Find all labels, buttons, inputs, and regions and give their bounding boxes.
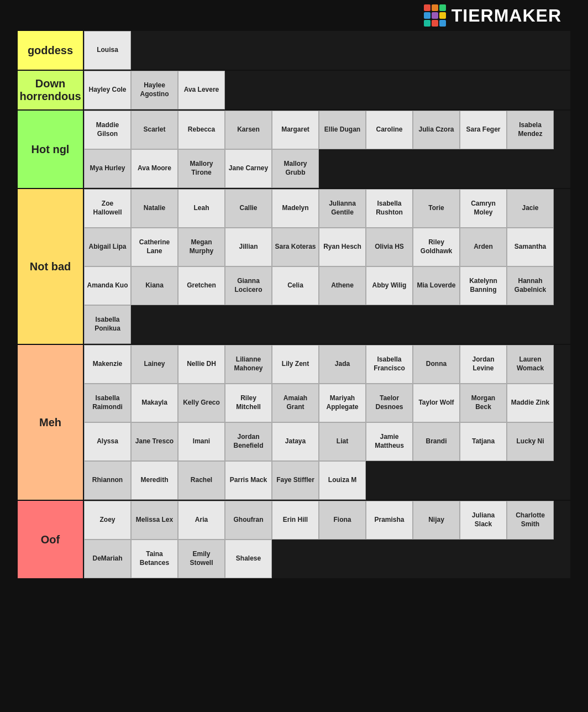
tier-cell[interactable]: Jacie (507, 189, 554, 228)
tier-cell[interactable]: Lily Zent (272, 345, 319, 384)
tier-cell[interactable]: Zoe Hallowell (84, 189, 131, 228)
tier-cell[interactable]: Zoey (84, 501, 131, 540)
tier-cell[interactable]: Isabela Mendez (507, 111, 554, 149)
tier-cell[interactable]: Erin Hill (272, 501, 319, 540)
tier-cell[interactable]: Julia Czora (413, 111, 460, 149)
tier-cell[interactable]: Isabella Francisco (366, 345, 413, 384)
tier-cell[interactable]: Jane Carney (225, 149, 272, 188)
tier-cell[interactable]: Callie (225, 189, 272, 228)
tier-cell[interactable]: Aria (178, 501, 225, 540)
tier-cell[interactable]: Pramisha (366, 501, 413, 540)
tier-cell[interactable]: Nellie DH (178, 345, 225, 384)
tier-cell[interactable]: Mallory Grubb (272, 149, 319, 188)
tier-cell[interactable]: Ryan Hesch (319, 228, 366, 266)
tier-cell[interactable]: Hayley Cole (84, 71, 131, 109)
tier-cell[interactable]: Emily Stowell (178, 540, 225, 578)
tier-cell[interactable]: Ava Moore (131, 149, 178, 188)
tier-cell[interactable]: Mya Hurley (84, 149, 131, 188)
tier-cell[interactable]: Leah (178, 189, 225, 228)
tier-cell[interactable]: Melissa Lex (131, 501, 178, 540)
tier-cell[interactable]: Isabella Ponikua (84, 305, 131, 344)
tier-cell[interactable]: Lilianne Mahoney (225, 345, 272, 384)
tier-cell[interactable]: Jillian (225, 228, 272, 266)
tier-cell[interactable]: Celia (272, 266, 319, 305)
tier-cell[interactable]: Rebecca (178, 111, 225, 149)
tier-cell[interactable]: Abigail Lipa (84, 228, 131, 266)
tier-cell[interactable]: Liat (319, 422, 366, 461)
tier-cell[interactable]: Makenzie (84, 345, 131, 384)
tier-cell[interactable]: Lucky Ni (507, 422, 554, 461)
tier-cell[interactable]: Jataya (272, 422, 319, 461)
tier-cell[interactable]: DeMariah (84, 540, 131, 578)
tier-cell[interactable]: Charlotte Smith (507, 501, 554, 540)
tier-cell[interactable]: Taylor Wolf (413, 384, 460, 422)
tier-cell[interactable]: Scarlet (131, 111, 178, 149)
tier-cell[interactable]: Karsen (225, 111, 272, 149)
tier-cell[interactable]: Faye Stiffler (272, 461, 319, 500)
tier-cell[interactable]: Ellie Dugan (319, 111, 366, 149)
tier-cell[interactable]: Parris Mack (225, 461, 272, 500)
tier-cell[interactable]: Kiana (131, 266, 178, 305)
tier-cell[interactable]: Lainey (131, 345, 178, 384)
tier-cell[interactable]: Camryn Moley (460, 189, 507, 228)
tier-cell[interactable]: Mia Loverde (413, 266, 460, 305)
tier-cell[interactable]: Isabella Raimondi (84, 384, 131, 422)
tier-cell[interactable]: Gretchen (178, 266, 225, 305)
tier-cell[interactable]: Kelly Greco (178, 384, 225, 422)
tier-cell[interactable]: Olivia HS (366, 228, 413, 266)
tier-cell[interactable]: Jordan Levine (460, 345, 507, 384)
tier-cell[interactable]: Sara Feger (460, 111, 507, 149)
tier-cell[interactable]: Makayla (131, 384, 178, 422)
tier-cell[interactable]: Samantha (507, 228, 554, 266)
tier-cell[interactable]: Tatjana (460, 422, 507, 461)
tier-cell[interactable]: Julianna Gentile (319, 189, 366, 228)
tier-cell[interactable]: Katelynn Banning (460, 266, 507, 305)
tier-cell[interactable]: Caroline (366, 111, 413, 149)
tier-cell[interactable]: Amanda Kuo (84, 266, 131, 305)
tier-cell[interactable]: Madelyn (272, 189, 319, 228)
tier-cell[interactable]: Meredith (131, 461, 178, 500)
tier-cell[interactable]: Alyssa (84, 422, 131, 461)
tier-cell[interactable]: Lauren Womack (507, 345, 554, 384)
tier-cell[interactable]: Arden (460, 228, 507, 266)
tier-cell[interactable]: Ghoufran (225, 501, 272, 540)
tier-cell[interactable]: Athene (319, 266, 366, 305)
tier-cell[interactable]: Maddie Zink (507, 384, 554, 422)
tier-cell[interactable]: Amaiah Grant (272, 384, 319, 422)
tier-cell[interactable]: Nijay (413, 501, 460, 540)
tier-cell[interactable]: Sara Koteras (272, 228, 319, 266)
tier-cell[interactable]: Juliana Slack (460, 501, 507, 540)
tier-cell[interactable]: Abby Wilig (366, 266, 413, 305)
tier-cell[interactable]: Riley Goldhawk (413, 228, 460, 266)
tier-cell[interactable]: Riley Mitchell (225, 384, 272, 422)
tier-cell[interactable]: Jane Tresco (131, 422, 178, 461)
tier-cell[interactable]: Megan Murphy (178, 228, 225, 266)
tier-cell[interactable]: Rhiannon (84, 461, 131, 500)
tier-cell[interactable]: Donna (413, 345, 460, 384)
tier-cell[interactable]: Natalie (131, 189, 178, 228)
tier-cell[interactable]: Louiza M (319, 461, 366, 500)
tier-cell[interactable]: Rachel (178, 461, 225, 500)
tier-cell[interactable]: Isabella Rushton (366, 189, 413, 228)
tier-cell[interactable]: Fiona (319, 501, 366, 540)
tier-cell[interactable]: Haylee Agostino (131, 71, 178, 109)
tier-cell[interactable]: Imani (178, 422, 225, 461)
tier-cell[interactable]: Jamie Mattheus (366, 422, 413, 461)
tier-cell[interactable]: Ava Levere (178, 71, 225, 109)
tier-cell[interactable]: Jada (319, 345, 366, 384)
tier-cell[interactable]: Gianna Locicero (225, 266, 272, 305)
tier-cell[interactable]: Mariyah Applegate (319, 384, 366, 422)
tier-cell[interactable]: Mallory Tirone (178, 149, 225, 188)
tier-cell[interactable]: Louisa (84, 31, 131, 70)
tier-cell[interactable]: Margaret (272, 111, 319, 149)
tier-cell[interactable]: Morgan Beck (460, 384, 507, 422)
tier-cell[interactable]: Jordan Benefield (225, 422, 272, 461)
tier-cell[interactable]: Hannah Gabelnick (507, 266, 554, 305)
tier-cell[interactable]: Taelor Desnoes (366, 384, 413, 422)
tier-cell[interactable]: Catherine Lane (131, 228, 178, 266)
tier-cell[interactable]: Shalese (225, 540, 272, 578)
tier-cell[interactable]: Taina Betances (131, 540, 178, 578)
tier-cell[interactable]: Torie (413, 189, 460, 228)
tier-cell[interactable]: Maddie Gilson (84, 111, 131, 149)
tier-cell[interactable]: Brandi (413, 422, 460, 461)
